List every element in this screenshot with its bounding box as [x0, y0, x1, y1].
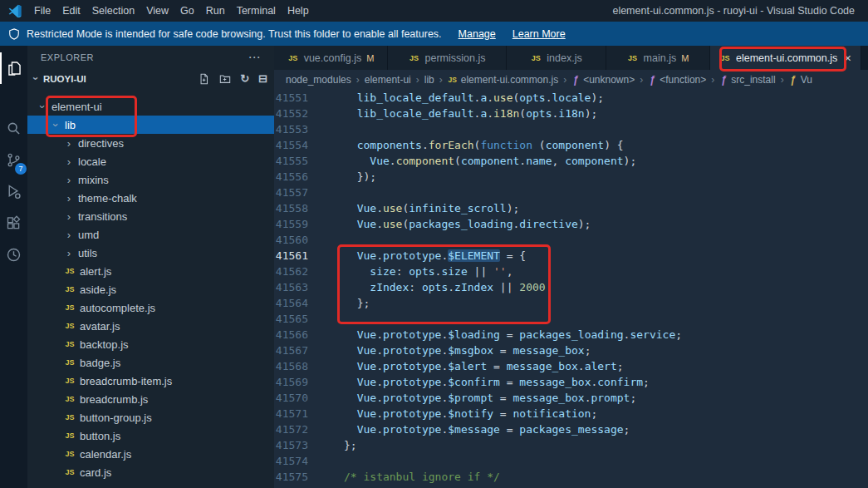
code-token: component — [396, 155, 454, 167]
tree-item-calendar-js[interactable]: JScalendar.js — [27, 445, 274, 463]
code-token: ( — [532, 139, 546, 151]
extensions-icon[interactable] — [0, 207, 27, 239]
breadcrumb-item[interactable]: ƒ<function> — [648, 74, 706, 86]
line-number: 41575 — [274, 469, 326, 485]
code-text: Vue.prototype.$notify = notification; — [326, 406, 597, 421]
tree-item-label: theme-chalk — [78, 192, 137, 205]
tree-item-breadcrumb-js[interactable]: JSbreadcrumb.js — [27, 390, 274, 408]
code-text: components.forEach(function (component) … — [326, 137, 624, 153]
tree-item-label: button.js — [80, 430, 120, 442]
menu-run[interactable]: Run — [200, 5, 231, 17]
code-text — [326, 185, 344, 200]
code-token: function — [480, 139, 532, 151]
code-token: Vue — [357, 423, 376, 436]
collapse-all-icon[interactable]: ⊟ — [258, 72, 267, 85]
breadcrumb-item[interactable]: ƒsrc_install — [719, 74, 775, 86]
chevron-down-icon: › — [30, 74, 42, 84]
tree-item-mixins[interactable]: ›mixins — [27, 170, 274, 189]
tree-item-directives[interactable]: ›directives — [27, 134, 274, 152]
line-number: 41564 — [274, 295, 326, 311]
menu-view[interactable]: View — [140, 5, 174, 17]
tree-item-label: breadcrumb-item.js — [80, 375, 172, 387]
tree-item-alert-js[interactable]: JSalert.js — [27, 262, 274, 280]
tree-item-umd[interactable]: ›umd — [27, 225, 274, 244]
code-token: component — [461, 155, 519, 167]
tree-item-element-ui[interactable]: ›element-ui — [27, 97, 274, 116]
tree-item-autocomplete-js[interactable]: JSautocomplete.js — [27, 298, 274, 317]
tab-vue-config-js[interactable]: JSvue.config.jsM — [274, 46, 388, 70]
code-editor[interactable]: 41551 lib_locale_default.a.use(opts.loca… — [274, 90, 868, 488]
menu-selection[interactable]: Selection — [86, 5, 140, 17]
code-line: 41566 Vue.prototype.$loading = packages_… — [274, 327, 868, 343]
breadcrumb-item[interactable]: element-ui — [365, 74, 411, 86]
tab-index-js[interactable]: JSindex.js — [507, 46, 606, 70]
menu-terminal[interactable]: Terminal — [231, 5, 282, 17]
menu-go[interactable]: Go — [174, 5, 200, 17]
code-token: . — [487, 91, 493, 104]
search-icon[interactable] — [0, 112, 27, 144]
tree-item-transitions[interactable]: ›transitions — [27, 207, 274, 225]
code-line: 41554 components.forEach(function (compo… — [274, 137, 868, 153]
code-token: . — [578, 360, 585, 372]
code-token: zIndex — [454, 281, 493, 293]
code-line: 41571 Vue.prototype.$notify = notificati… — [274, 406, 868, 421]
code-token: ; — [591, 407, 597, 420]
code-token: prototype — [383, 407, 441, 420]
code-token: Vue — [357, 249, 376, 262]
code-token: , — [552, 155, 566, 167]
run-debug-icon[interactable] — [0, 175, 27, 207]
tab-main-js[interactable]: JSmain.jsM — [606, 46, 710, 70]
code-token: '' — [493, 265, 507, 278]
tree-item-locale[interactable]: ›locale — [27, 152, 274, 170]
editor-area: JSvue.config.jsMJSpermission.jsJSindex.j… — [274, 46, 868, 488]
new-file-icon[interactable] — [199, 73, 210, 85]
tab-permission-js[interactable]: JSpermission.js — [388, 46, 507, 70]
tree-item-label: aside.js — [80, 283, 116, 296]
new-folder-icon[interactable] — [219, 73, 231, 85]
tree-item-badge-js[interactable]: JSbadge.js — [27, 353, 274, 372]
source-control-icon[interactable]: 7 — [0, 144, 27, 175]
code-token: message_box — [513, 344, 585, 357]
refresh-icon[interactable]: ↻ — [240, 72, 249, 85]
tree-item-button-group-js[interactable]: JSbutton-group.js — [27, 408, 274, 426]
code-token: ; — [643, 376, 650, 388]
code-line: 41558 Vue.use(infinite_scroll); — [274, 200, 868, 216]
menu-help[interactable]: Help — [282, 5, 315, 17]
tree-item-backtop-js[interactable]: JSbacktop.js — [27, 335, 274, 353]
tree-item-button-js[interactable]: JSbutton.js — [27, 426, 274, 445]
tree-item-avatar-js[interactable]: JSavatar.js — [27, 317, 274, 335]
tree-item-breadcrumb-item-js[interactable]: JSbreadcrumb-item.js — [27, 372, 274, 390]
manage-link[interactable]: Manage — [459, 28, 496, 40]
chevron-right-icon: › — [781, 74, 784, 86]
modified-badge: M — [681, 53, 689, 63]
tree-item-aside-js[interactable]: JSaside.js — [27, 280, 274, 298]
breadcrumb-item[interactable]: ƒ<unknown> — [571, 74, 635, 86]
js-file-icon: JS — [627, 54, 639, 62]
menu-file[interactable]: File — [28, 5, 56, 17]
breadcrumb-item[interactable]: lib — [424, 74, 434, 86]
project-section-header[interactable]: › RUOYI-UI ↻ ⊟ — [27, 69, 274, 88]
tab-element-ui-common-js[interactable]: JSelement-ui.common.js× — [710, 46, 861, 70]
tree-item-lib[interactable]: ›lib — [27, 116, 274, 134]
breadcrumb-item[interactable]: ƒVu — [789, 74, 812, 86]
learn-more-link[interactable]: Learn More — [512, 28, 566, 40]
remote-explorer-icon[interactable] — [0, 239, 27, 270]
tree-item-card-js[interactable]: JScard.js — [27, 463, 274, 481]
breadcrumb-item[interactable]: node_modules — [286, 74, 351, 86]
breadcrumb: node_modules›element-ui›lib›JSelement-ui… — [274, 70, 868, 90]
tree-item-utils[interactable]: ›utils — [27, 244, 274, 262]
explorer-icon[interactable] — [0, 52, 27, 84]
code-token: $prompt — [448, 392, 493, 404]
breadcrumb-item[interactable]: JSelement-ui.common.js — [448, 74, 558, 86]
tree-item-theme-chalk[interactable]: ›theme-chalk — [27, 189, 274, 207]
code-token: confirm — [597, 376, 643, 388]
chevron-right-icon: › — [64, 210, 74, 223]
code-text: Vue.prototype.$ELEMENT = { — [326, 248, 526, 264]
menu-edit[interactable]: Edit — [56, 5, 86, 17]
line-number: 41561 — [274, 248, 326, 264]
code-token: zIndex — [370, 281, 409, 293]
more-actions-icon[interactable]: ⋯ — [248, 50, 262, 65]
close-icon[interactable]: × — [844, 51, 851, 65]
code-token: Vue — [357, 360, 376, 372]
js-file-icon: JS — [448, 76, 458, 84]
